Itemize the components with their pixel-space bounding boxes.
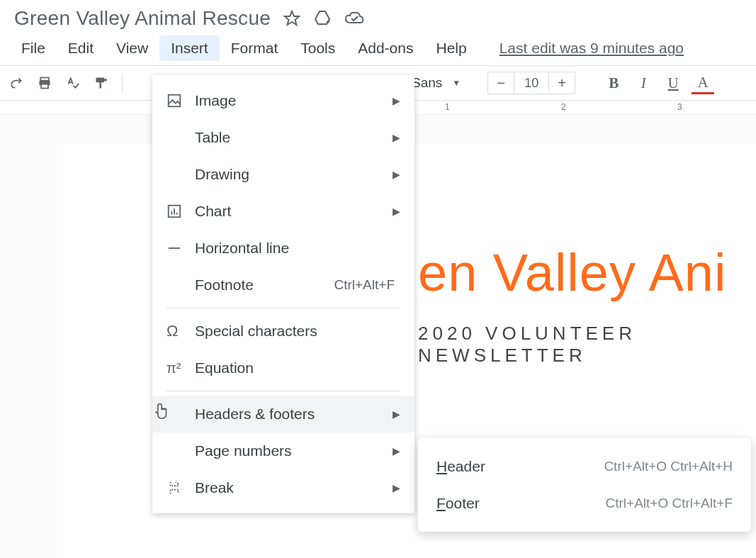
menu-label: Chart bbox=[195, 203, 393, 220]
submenu-shortcut: Ctrl+Alt+O Ctrl+Alt+F bbox=[606, 496, 733, 511]
svg-rect-5 bbox=[96, 78, 105, 83]
star-icon[interactable] bbox=[283, 10, 300, 27]
ruler-mark-1: 1 bbox=[445, 102, 450, 112]
svg-rect-6 bbox=[104, 79, 106, 81]
omega-icon: Ω bbox=[167, 322, 195, 340]
submenu-item-header[interactable]: Header Ctrl+Alt+O Ctrl+Alt+H bbox=[418, 448, 751, 485]
menu-shortcut: Ctrl+Alt+F bbox=[334, 277, 395, 293]
cloud-status-icon[interactable] bbox=[344, 10, 364, 27]
spellcheck-icon[interactable] bbox=[62, 72, 84, 94]
font-size-value[interactable]: 10 bbox=[514, 72, 549, 94]
svg-rect-4 bbox=[41, 84, 48, 89]
menu-label: Headers & footers bbox=[195, 406, 393, 423]
menu-label: Table bbox=[195, 129, 393, 146]
menu-item-horizontal-line[interactable]: Horizontal line bbox=[152, 230, 414, 267]
pointer-cursor-icon bbox=[151, 402, 169, 427]
chevron-right-icon: ▶ bbox=[393, 95, 400, 106]
menu-label: Horizontal line bbox=[195, 240, 400, 257]
chart-icon bbox=[167, 203, 195, 219]
underline-button[interactable]: U bbox=[662, 72, 684, 94]
italic-button[interactable]: I bbox=[632, 72, 655, 94]
font-size-decrease[interactable]: − bbox=[488, 72, 514, 94]
chevron-down-icon[interactable]: ▼ bbox=[452, 78, 461, 88]
submenu-item-footer[interactable]: Footer Ctrl+Alt+O Ctrl+Alt+F bbox=[418, 485, 751, 522]
move-to-drive-icon[interactable]: + bbox=[313, 10, 332, 27]
menu-item-chart[interactable]: Chart ▶ bbox=[152, 193, 414, 230]
menu-item-break[interactable]: Break ▶ bbox=[152, 469, 414, 506]
menu-edit[interactable]: Edit bbox=[57, 35, 105, 61]
svg-rect-2 bbox=[40, 78, 49, 81]
menu-tools[interactable]: Tools bbox=[289, 35, 346, 61]
page-break-icon bbox=[167, 480, 195, 496]
menu-label: Drawing bbox=[195, 166, 393, 183]
text-color-button[interactable]: A bbox=[692, 72, 714, 94]
svg-rect-8 bbox=[169, 95, 181, 107]
svg-rect-7 bbox=[100, 82, 102, 88]
insert-dropdown: Image ▶ Table ▶ Drawing ▶ Chart ▶ Horizo… bbox=[152, 75, 414, 513]
chevron-right-icon: ▶ bbox=[393, 169, 400, 180]
menu-label: Footnote bbox=[195, 277, 334, 294]
menu-help[interactable]: Help bbox=[424, 35, 478, 61]
menu-item-drawing[interactable]: Drawing ▶ bbox=[152, 156, 414, 193]
menu-separator bbox=[167, 308, 400, 308]
menu-view[interactable]: View bbox=[105, 35, 159, 61]
chevron-right-icon: ▶ bbox=[393, 445, 400, 457]
last-edit-link[interactable]: Last edit was 9 minutes ago bbox=[500, 40, 684, 57]
paint-format-icon[interactable] bbox=[91, 72, 112, 94]
menu-label: Image bbox=[195, 92, 393, 109]
bold-button[interactable]: B bbox=[602, 72, 625, 94]
menu-item-page-numbers[interactable]: Page numbers ▶ bbox=[152, 433, 414, 469]
menu-format[interactable]: Format bbox=[220, 35, 290, 61]
title-bar: Green Valley Animal Rescue + bbox=[0, 0, 756, 33]
font-size-increase[interactable]: + bbox=[549, 72, 575, 94]
menu-item-image[interactable]: Image ▶ bbox=[152, 82, 414, 119]
svg-marker-0 bbox=[285, 11, 299, 25]
horizontal-line-icon bbox=[167, 240, 195, 256]
menu-item-special-characters[interactable]: Ω Special characters bbox=[152, 313, 414, 350]
toolbar-separator bbox=[122, 74, 123, 92]
menu-label: Break bbox=[195, 479, 393, 496]
image-icon bbox=[167, 93, 195, 108]
document-subheading[interactable]: 2020 VOLUNTEER NEWSLETTER bbox=[418, 323, 756, 367]
submenu-label: Header bbox=[436, 458, 604, 475]
print-icon[interactable] bbox=[34, 72, 55, 94]
menu-item-footnote[interactable]: Footnote Ctrl+Alt+F bbox=[152, 267, 414, 303]
ruler-mark-3: 3 bbox=[677, 102, 682, 112]
menu-file[interactable]: File bbox=[10, 35, 57, 61]
font-size-controls: − 10 + bbox=[487, 72, 575, 94]
submenu-label: Footer bbox=[436, 495, 606, 512]
svg-text:+: + bbox=[326, 17, 330, 26]
menu-insert[interactable]: Insert bbox=[159, 35, 220, 61]
menu-item-equation[interactable]: π² Equation bbox=[152, 350, 414, 386]
menu-separator bbox=[167, 391, 400, 391]
ruler-mark-2: 2 bbox=[561, 102, 566, 112]
menu-item-headers-footers[interactable]: Headers & footers ▶ bbox=[152, 396, 414, 433]
submenu-shortcut: Ctrl+Alt+O Ctrl+Alt+H bbox=[604, 459, 733, 474]
pi-icon: π² bbox=[167, 360, 195, 376]
menu-bar: File Edit View Insert Format Tools Add-o… bbox=[0, 33, 756, 65]
menu-label: Equation bbox=[195, 359, 400, 376]
menu-label: Special characters bbox=[195, 323, 400, 340]
redo-icon[interactable] bbox=[6, 72, 27, 94]
menu-item-table[interactable]: Table ▶ bbox=[152, 119, 414, 156]
document-title[interactable]: Green Valley Animal Rescue bbox=[14, 7, 271, 30]
chevron-right-icon: ▶ bbox=[393, 408, 400, 420]
menu-addons[interactable]: Add-ons bbox=[346, 35, 424, 61]
chevron-right-icon: ▶ bbox=[393, 206, 400, 217]
headers-footers-submenu: Header Ctrl+Alt+O Ctrl+Alt+H Footer Ctrl… bbox=[418, 438, 751, 532]
menu-label: Page numbers bbox=[195, 442, 393, 459]
document-heading[interactable]: en Valley Ani bbox=[418, 242, 756, 303]
chevron-right-icon: ▶ bbox=[393, 132, 400, 143]
chevron-right-icon: ▶ bbox=[393, 482, 400, 493]
